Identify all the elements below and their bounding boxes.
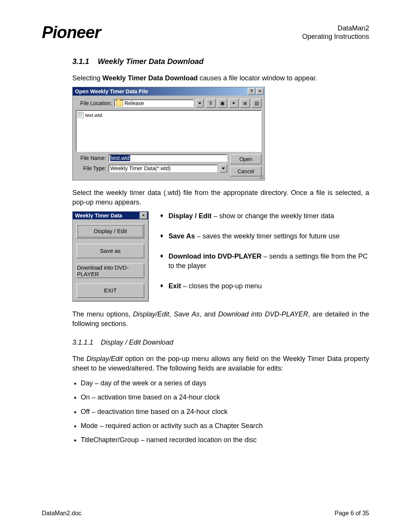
page-header: Pioneer DataMan2 Operating Instructions [42,23,369,42]
popup-body: Display / Edit Save as Download into DVD… [73,219,148,301]
subsection-intro: The Display/Edit option on the pop-up me… [72,354,369,373]
download-button[interactable]: Download into DVD-PLAYER [76,264,144,278]
text-bold: Display / Edit [169,212,212,220]
chevron-down-icon[interactable] [220,164,227,173]
page-footer: DataMan2.doc Page 6 of 35 [42,510,369,517]
popup-title: Weekly Timer Data [75,212,122,219]
filetype-row: File Type: Weekly Timer Data(*.wtd) [76,164,227,173]
dialog-lower-right: Open Cancel [230,154,261,176]
section-intro: Selecting Weekly Timer Data Download cau… [72,73,369,83]
text-bold: Exit [169,282,181,290]
text-bold: Weekly Timer Data Download [102,74,198,82]
header-right: DataMan2 Operating Instructions [302,24,369,41]
popup-and-desc: Weekly Timer Data × Display / Edit Save … [72,211,369,302]
filename-label: File Name: [76,155,106,161]
list-item: Mode – required action or activity such … [81,421,369,431]
filetype-combo[interactable]: Weekly Timer Data(*.wtd) [108,165,217,172]
file-icon [78,112,84,118]
filetype-value: Weekly Timer Data(*.wtd) [110,165,170,171]
list-item: Save As – saves the weekly timer setting… [160,232,369,241]
list-item: TitleChapter/Group – named recorded loca… [81,435,369,445]
open-button[interactable]: Open [230,154,261,164]
document-page: Pioneer DataMan2 Operating Instructions … [0,0,411,532]
close-button[interactable]: × [140,212,147,219]
text: – show or change the weekly timer data [212,212,334,220]
titlebar-buttons: ? × [248,88,264,95]
list-item: Exit – closes the pop-up menu [160,281,369,291]
list-item: Display / Edit – show or change the week… [160,211,369,221]
dialog-title: Open Weekly Timer Data File [75,88,148,94]
details-view-icon[interactable]: ▤ [252,99,261,108]
file-list-area[interactable]: test.wtd [76,110,261,152]
desktop-icon[interactable]: ▣ [217,99,227,108]
display-edit-button[interactable]: Display / Edit [76,224,144,238]
text-italic: Display/Edit [86,355,123,363]
popup-desc-list: Display / Edit – show or change the week… [160,211,369,302]
subsection-number: 3.1.1.1 [72,339,93,346]
filename-value: test.wtd [110,155,130,161]
subsection-heading: 3.1.1.1 Display / Edit Download [72,339,369,347]
subsection-title: Display / Edit Download [101,339,173,346]
dialog-titlebar: Open Weekly Timer Data File ? × [73,87,264,96]
list-item: On – activation time based on a 24-hour … [81,393,369,402]
new-folder-icon[interactable]: ✦ [229,99,239,108]
popup-titlebar: Weekly Timer Data × [73,212,148,219]
text: The [72,355,86,363]
filename-input[interactable]: test.wtd [108,154,227,162]
section-title: Weekly Timer Data Download [98,57,204,66]
list-item: Off – deactivation time based on a 24-ho… [81,407,369,417]
text-italic: Display/Edit [133,310,169,318]
text: The menu options, [72,310,133,318]
paragraph: The menu options, Display/Edit, Save As,… [72,310,369,329]
doc-title: DataMan2 [302,24,369,33]
section-heading: 3.1.1 Weekly Timer Data Download [72,57,369,66]
dialog-lower-left: File Name: test.wtd File Type: Weekly Ti… [76,154,227,176]
brand-logo: Pioneer [42,23,100,42]
list-item: Day – day of the week or a series of day… [81,379,369,388]
text: Selecting [72,74,102,82]
file-location-value: Release [124,100,144,106]
file-entry[interactable]: test.wtd [78,112,260,118]
text: – closes the pop-up menu [181,282,262,290]
open-file-dialog: Open Weekly Timer Data File ? × File Loc… [72,87,265,181]
dialog-lower: File Name: test.wtd File Type: Weekly Ti… [76,154,261,176]
list-view-icon[interactable]: ≣ [240,99,250,108]
file-location-combo[interactable]: Release [114,99,194,107]
save-as-button[interactable]: Save as [76,244,144,258]
text-bold: Download into DVD-PLAYER [169,252,261,260]
folder-icon [116,100,123,106]
cancel-button[interactable]: Cancel [230,166,261,176]
text-italic: Download into DVD-PLAYER [218,310,308,318]
weekly-timer-popup: Weekly Timer Data × Display / Edit Save … [72,211,149,302]
up-folder-icon[interactable]: ⮸ [206,99,216,108]
chevron-down-icon[interactable] [196,99,204,107]
page-content: 3.1.1 Weekly Timer Data Download Selecti… [72,57,369,445]
list-item: Download into DVD-PLAYER – sends a setti… [160,252,369,271]
dialog-toolbar: ⮸ ▣ ✦ ≣ ▤ [206,99,261,108]
close-button[interactable]: × [256,88,264,95]
doc-subtitle: Operating Instructions [302,32,369,41]
file-entry-name: test.wtd [85,112,102,118]
paragraph: Select the weekly timer data (.wtd) file… [72,188,369,207]
text-italic: Save As [174,310,199,318]
help-button[interactable]: ? [248,88,255,95]
text: causes a file locator window to appear. [198,74,317,82]
section-number: 3.1.1 [72,57,89,66]
filename-row: File Name: test.wtd [76,154,227,162]
footer-pagenum: Page 6 of 35 [335,510,369,517]
text: , and [200,310,218,318]
text: – saves the weekly timer settings for fu… [195,232,339,240]
edit-fields-list: Day – day of the week or a series of day… [81,379,369,445]
text-bold: Save As [169,232,195,240]
file-location-row: File Location: Release ⮸ ▣ ✦ ≣ ▤ [76,99,261,108]
footer-docname: DataMan2.doc [42,510,81,517]
text: , [169,310,174,318]
file-location-label: File Location: [76,100,112,106]
exit-button[interactable]: EXIT [76,283,144,298]
dialog-body: File Location: Release ⮸ ▣ ✦ ≣ ▤ [73,96,264,180]
filetype-label: File Type: [76,165,106,171]
